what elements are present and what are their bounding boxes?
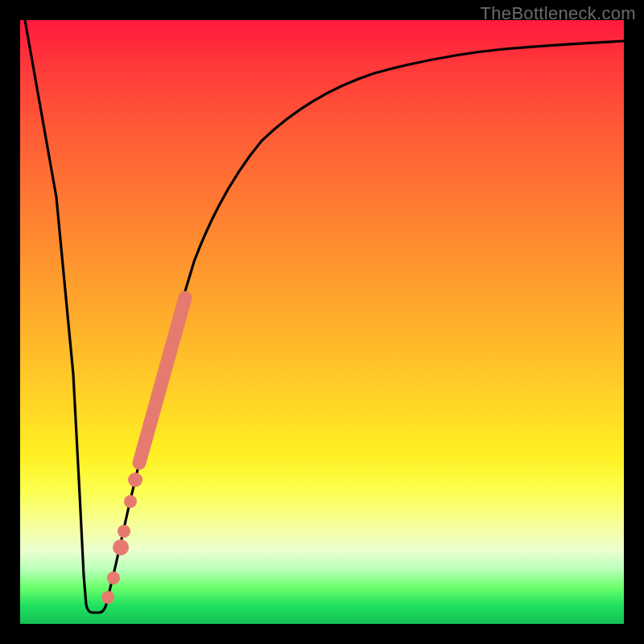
bottleneck-curve bbox=[25, 20, 624, 613]
highlight-dot bbox=[128, 473, 142, 487]
plot-area bbox=[20, 20, 624, 624]
highlight-dot bbox=[107, 572, 120, 584]
highlight-dot bbox=[118, 525, 130, 538]
highlight-segment-stroke bbox=[139, 298, 185, 463]
curve-layer bbox=[20, 20, 624, 624]
highlight-dot bbox=[101, 591, 114, 604]
highlight-dot bbox=[124, 495, 137, 508]
highlight-dot bbox=[113, 539, 129, 555]
chart-frame: TheBottleneck.com bbox=[0, 0, 644, 644]
watermark-text: TheBottleneck.com bbox=[481, 3, 636, 24]
